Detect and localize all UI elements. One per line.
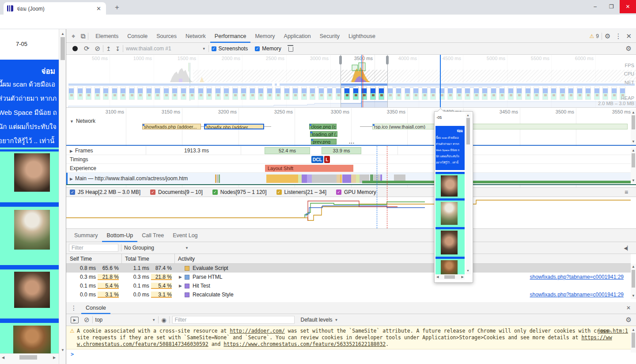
new-tab-button[interactable]: + — [111, 3, 123, 13]
counter-gpu-memory[interactable]: ✓GPU Memory — [336, 189, 376, 195]
show-sidebar-icon[interactable]: ◀▏ — [624, 246, 631, 250]
log-levels-select[interactable]: Default levels — [301, 317, 333, 323]
load-profile-icon[interactable]: ↥ — [106, 46, 111, 52]
counters-menu-icon[interactable]: ≡ — [625, 189, 628, 196]
timing-marker-dcl[interactable]: DCL — [311, 156, 323, 163]
devtools-tab-memory[interactable]: Memory — [250, 30, 279, 43]
context-select[interactable]: top — [95, 317, 103, 323]
scroll-up-icon[interactable]: ▲ — [61, 32, 64, 36]
chevron-collapsed-icon[interactable]: ▶ — [179, 284, 185, 288]
browser-tab[interactable]: จ่อม (Joom) ✕ — [4, 2, 106, 15]
chevron-down-icon[interactable]: ▼ — [202, 47, 206, 51]
memory-checkbox[interactable]: ✓ — [255, 46, 260, 51]
scrollbar-thumb[interactable] — [632, 115, 635, 129]
chevron-collapsed-icon[interactable]: ▶ — [179, 275, 185, 279]
bottomup-filter-input[interactable] — [69, 244, 118, 252]
column-divider[interactable] — [174, 254, 175, 263]
frame-bar[interactable]: 52.4 ms — [265, 147, 310, 154]
devtools-tab-sources[interactable]: Sources — [152, 30, 181, 43]
network-overflow[interactable]: ... — [349, 139, 355, 145]
console-tab[interactable]: Console — [81, 302, 110, 314]
capture-settings-icon[interactable]: ⚙ — [626, 45, 632, 53]
network-split-divider[interactable] — [66, 145, 636, 146]
console-link[interactable]: https://www.chromestatus.com/feature/563… — [223, 341, 386, 347]
popup-vertical-scrollbar[interactable]: ▲ ▼ — [466, 113, 471, 274]
record-icon[interactable] — [72, 46, 78, 51]
devtools-tab-elements[interactable]: Elements — [91, 30, 123, 43]
scroll-down-icon[interactable]: ▼ — [61, 348, 64, 352]
filmstrip-thumbnail[interactable] — [370, 87, 376, 100]
scroll-down-icon[interactable]: ▼ — [632, 140, 635, 144]
details-tab-bottom-up[interactable]: Bottom-Up — [102, 229, 137, 242]
timing-marker-l[interactable]: L — [324, 156, 330, 163]
profile-select[interactable]: www.thaiall.com #1 — [126, 46, 171, 52]
scroll-up-icon[interactable]: ▲ — [632, 110, 635, 114]
scroll-up-icon[interactable]: ▲ — [466, 114, 469, 117]
drawer-menu-icon[interactable]: ⋮ — [71, 304, 77, 311]
page-photo[interactable] — [13, 326, 51, 353]
warning-source-link[interactable]: joom.htm:1 — [598, 328, 628, 334]
filmstrip-thumbnail[interactable] — [344, 87, 350, 100]
column-activity[interactable]: Activity — [178, 256, 195, 262]
chevron-collapsed-icon[interactable]: ▶ — [70, 149, 73, 153]
network-request[interactable]: loading.gif (... — [310, 131, 337, 137]
table-row[interactable]: 0.3 ms21.8 %0.3 ms21.8 %▶Parse HTMLshowf… — [66, 273, 631, 281]
scrollbar-thumb[interactable] — [19, 355, 37, 360]
counter-listeners[interactable]: ✓Listeners[21 – 34] — [276, 189, 326, 195]
horizontal-scrollbar[interactable]: ◀ ▶ — [0, 353, 59, 364]
scroll-up-icon[interactable]: ▲ — [632, 328, 635, 332]
reload-profile-icon[interactable]: ⟳ — [84, 45, 90, 53]
chevron-down-icon[interactable]: ▼ — [335, 318, 338, 322]
filmstrip-thumbnail[interactable] — [353, 87, 359, 100]
warning-icon[interactable]: ⚠ — [590, 33, 594, 39]
frame-bar[interactable]: 33.9 ms — [322, 147, 361, 154]
eye-icon[interactable]: ◉ — [161, 317, 166, 323]
memory-chart[interactable] — [66, 197, 631, 228]
devtools-settings-icon[interactable]: ⚙ — [605, 32, 610, 40]
counter-checkbox[interactable]: ✓ — [336, 190, 341, 195]
layout-shift-bar[interactable]: Layout Shift — [265, 165, 353, 172]
timeline-overview[interactable]: 500 ms1000 ms1500 ms2000 ms2500 ms3000 m… — [66, 55, 636, 108]
details-tab-event-log[interactable]: Event Log — [168, 229, 202, 242]
counter-checkbox[interactable]: ✓ — [150, 190, 155, 195]
network-request[interactable]: showfix.php (addoer.... — [204, 124, 264, 129]
source-link[interactable]: showfixads.php?tabname=c0001941:29 — [530, 292, 624, 298]
devtools-tab-application[interactable]: Application — [280, 30, 315, 43]
console-sidebar-icon[interactable]: ▶ — [71, 317, 79, 323]
network-track[interactable]: ▼Network showfixads.php (addoer...showfi… — [66, 117, 631, 145]
column-self-time[interactable]: Self Time — [70, 256, 92, 262]
scrollbar-thumb[interactable] — [632, 333, 635, 348]
column-total-time[interactable]: Total Time — [125, 256, 149, 262]
column-divider[interactable] — [121, 254, 122, 263]
counter-js-heap[interactable]: ✓JS Heap[2.2 MB – 3.0 MB] — [70, 189, 140, 195]
chevron-down-icon[interactable]: ▼ — [185, 246, 189, 250]
screenshots-checkbox[interactable]: ✓ — [212, 46, 216, 51]
window-minimize-button[interactable]: – — [587, 0, 603, 13]
page-photo[interactable] — [14, 153, 50, 192]
window-close-button[interactable]: ✕ — [620, 0, 636, 13]
scroll-up-icon[interactable]: ▲ — [632, 148, 635, 152]
devtools-menu-icon[interactable]: ⋮ — [615, 32, 621, 40]
warning-count[interactable]: 9 — [596, 33, 599, 39]
devtools-tab-security[interactable]: Security — [315, 30, 344, 43]
devtools-tab-console[interactable]: Console — [123, 30, 152, 43]
scrollbar-thumb[interactable] — [632, 270, 635, 288]
console-link[interactable]: http://addoer.com/ — [230, 328, 285, 334]
table-scrollbar[interactable]: ▲ ▼ — [631, 264, 636, 299]
scroll-down-icon[interactable]: ▼ — [632, 294, 635, 298]
console-scrollbar[interactable]: ▲ — [631, 327, 636, 353]
details-tab-summary[interactable]: Summary — [70, 229, 102, 242]
drawer-close-icon[interactable]: ✕ — [626, 305, 631, 311]
filmstrip-thumbnail[interactable] — [361, 87, 367, 100]
network-request[interactable]: prev.png — [311, 139, 337, 144]
tab-close-icon[interactable]: ✕ — [95, 5, 102, 12]
page-vertical-scrollbar[interactable]: ▲ ▼ — [59, 29, 66, 364]
devtools-tab-performance[interactable]: Performance — [210, 30, 251, 43]
scrollbar-thumb[interactable] — [466, 118, 470, 144]
console-prompt-icon[interactable]: > — [71, 351, 74, 357]
scrollbar-thumb[interactable] — [444, 275, 455, 279]
table-row[interactable]: 0.1 ms5.4 %0.1 ms5.4 %▶Hit Test — [66, 281, 631, 290]
counter-checkbox[interactable]: ✓ — [276, 190, 282, 195]
scroll-up-icon[interactable]: ▲ — [632, 265, 635, 269]
garbage-collect-icon[interactable] — [288, 47, 293, 52]
